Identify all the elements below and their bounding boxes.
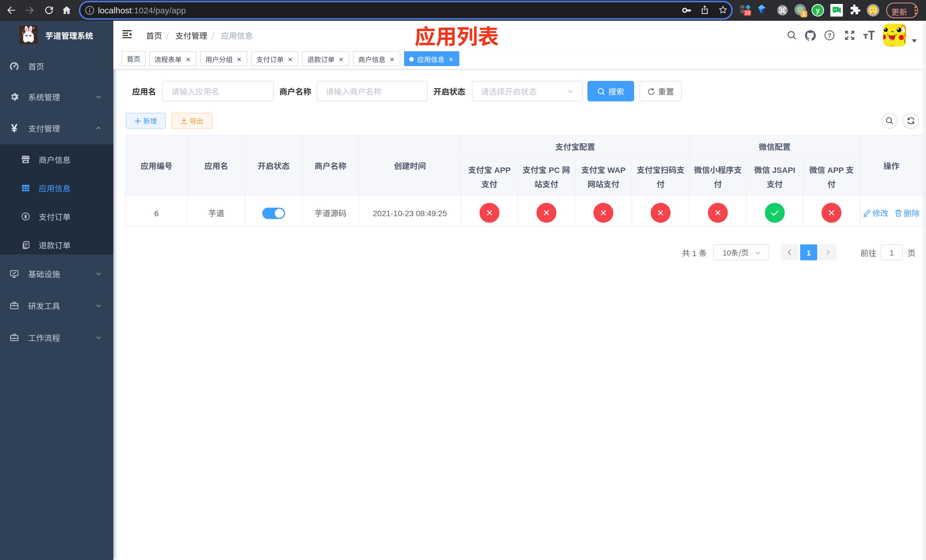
svg-text:1: 1 <box>802 11 805 17</box>
svg-text:¥: ¥ <box>11 122 18 135</box>
svg-text:10: 10 <box>744 10 750 16</box>
svg-text:y: y <box>816 6 820 15</box>
svg-text:?: ? <box>828 32 831 39</box>
